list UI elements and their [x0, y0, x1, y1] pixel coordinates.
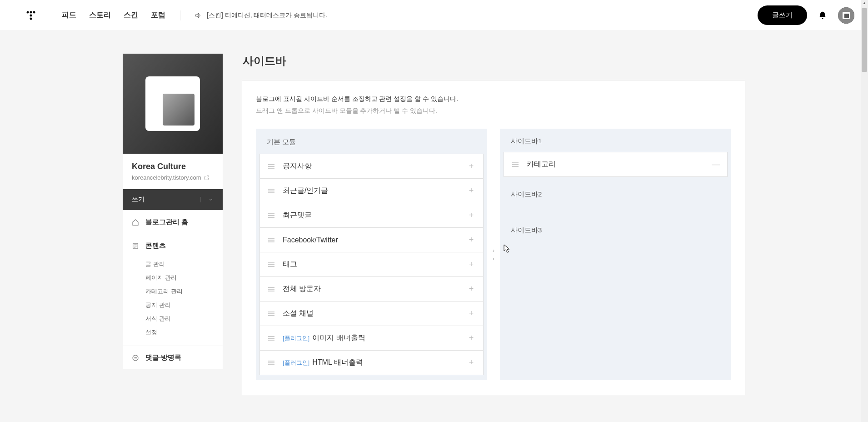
document-icon	[132, 242, 139, 250]
add-icon[interactable]: +	[468, 186, 475, 196]
module-item[interactable]: 소셜 채널+	[259, 301, 484, 326]
drag-handle-icon[interactable]	[268, 188, 274, 194]
external-link-icon	[204, 175, 210, 181]
sidebar2-header: 사이드바2	[500, 182, 731, 205]
module-label: [플러그인]이미지 배너출력	[283, 333, 468, 343]
svg-point-2	[33, 11, 35, 13]
sub-settings[interactable]: 설정	[145, 326, 214, 339]
basic-modules-list: 공지사항+최근글/인기글+최근댓글+Facebook/Twitter+태그+전체…	[256, 154, 487, 375]
module-label: 최근댓글	[283, 211, 468, 220]
nav-feed[interactable]: 피드	[62, 10, 76, 20]
add-icon[interactable]: +	[468, 284, 475, 294]
bell-icon[interactable]	[818, 11, 827, 20]
module-label: 소셜 채널	[283, 309, 468, 318]
sub-categories[interactable]: 카테고리 관리	[145, 285, 214, 298]
sub-notices[interactable]: 공지 관리	[145, 298, 214, 312]
add-icon[interactable]: +	[468, 333, 475, 343]
module-label: 전체 방문자	[283, 284, 468, 294]
add-icon[interactable]: +	[468, 235, 475, 245]
menu-contents[interactable]: 콘텐츠	[123, 234, 223, 257]
profile-name: Korea Culture	[132, 162, 214, 171]
swap-arrows-icon: ›‹	[493, 247, 494, 262]
module-label: 태그	[283, 260, 468, 269]
add-icon[interactable]: +	[468, 358, 475, 367]
svg-point-13	[134, 357, 135, 358]
add-icon[interactable]: +	[468, 211, 475, 220]
nav-story[interactable]: 스토리	[89, 10, 111, 20]
write-button[interactable]: 글쓰기	[758, 5, 807, 25]
plugin-tag: [플러그인]	[283, 335, 309, 342]
module-columns: 기본 모듈 공지사항+최근글/인기글+최근댓글+Facebook/Twitter…	[256, 129, 731, 380]
top-nav: 피드 스토리 스킨 포럼	[62, 10, 165, 20]
module-item[interactable]: 최근댓글+	[259, 203, 484, 228]
drag-handle-icon[interactable]	[268, 360, 274, 366]
remove-icon[interactable]: —	[712, 160, 719, 169]
description-2: 드래그 앤 드롭으로 사이드바 모듈을 추가하거나 뺄 수 있습니다.	[256, 107, 731, 115]
basic-modules-header: 기본 모듈	[256, 129, 487, 154]
profile-image[interactable]	[123, 54, 223, 154]
add-icon[interactable]: +	[468, 309, 475, 318]
sidebar1-list: 카테고리—	[500, 152, 731, 177]
drag-handle-icon[interactable]	[268, 262, 274, 267]
menu-home[interactable]: 블로그관리 홈	[123, 211, 223, 234]
announce-tag: [스킨]	[207, 11, 223, 19]
announce-text: 티에디션, 태터데스크가 종료됩니다.	[225, 11, 328, 19]
drag-handle-icon[interactable]	[268, 164, 274, 169]
module-label: Facebook/Twitter	[283, 236, 468, 244]
avatar[interactable]	[838, 7, 854, 24]
nav-skin[interactable]: 스킨	[124, 10, 138, 20]
svg-point-14	[135, 357, 135, 358]
nav-forum[interactable]: 포럼	[151, 10, 165, 20]
drag-handle-icon[interactable]	[268, 336, 274, 341]
page-title: 사이드바	[242, 54, 745, 68]
scrollbar[interactable]: ▲	[861, 0, 868, 395]
add-icon[interactable]: +	[468, 161, 475, 171]
panel: 블로그에 표시될 사이드바 순서를 조정하고 관련 설정을 할 수 있습니다. …	[242, 80, 745, 395]
module-item[interactable]: [플러그인]이미지 배너출력+	[259, 326, 484, 351]
add-icon[interactable]: +	[468, 260, 475, 269]
logo[interactable]	[25, 10, 36, 21]
sidebar1-header: 사이드바1	[500, 129, 731, 152]
main-content: 사이드바 블로그에 표시될 사이드바 순서를 조정하고 관련 설정을 할 수 있…	[242, 54, 745, 395]
module-label: [플러그인]HTML 배너출력	[283, 358, 468, 367]
write-bar[interactable]: 쓰기	[123, 189, 223, 210]
menu-comments[interactable]: 댓글·방명록	[123, 346, 223, 369]
drag-handle-icon[interactable]	[268, 213, 274, 218]
drag-handle-icon[interactable]	[268, 311, 274, 316]
left-sidebar: Korea Culture koreancelebrity.tistory.co…	[123, 54, 223, 395]
profile-card: Korea Culture koreancelebrity.tistory.co…	[123, 54, 223, 189]
chevron-down-icon[interactable]	[200, 197, 214, 202]
announcement[interactable]: [스킨] 티에디션, 태터데스크가 종료됩니다.	[195, 11, 327, 20]
module-item[interactable]: 카테고리—	[504, 152, 728, 177]
speaker-icon	[195, 12, 201, 19]
left-menu: 블로그관리 홈 콘텐츠 글 관리 페이지 관리 카테고리 관리 공지 관리 서식…	[123, 210, 223, 369]
svg-point-1	[30, 11, 32, 13]
profile-info: Korea Culture koreancelebrity.tistory.co…	[123, 154, 223, 189]
description-1: 블로그에 표시될 사이드바 순서를 조정하고 관련 설정을 할 수 있습니다.	[256, 95, 731, 103]
sub-posts[interactable]: 글 관리	[145, 257, 214, 271]
header-right: 글쓰기	[758, 5, 854, 25]
svg-point-3	[30, 14, 32, 16]
module-item[interactable]: 공지사항+	[259, 154, 484, 179]
divider	[180, 10, 180, 20]
module-item[interactable]: 태그+	[259, 252, 484, 277]
sub-pages[interactable]: 페이지 관리	[145, 271, 214, 285]
module-label: 카테고리	[527, 160, 712, 169]
svg-point-0	[27, 11, 29, 13]
module-item[interactable]: [플러그인]HTML 배너출력+	[259, 350, 484, 375]
module-item[interactable]: 전체 방문자+	[259, 276, 484, 301]
sidebar-modules-column: 사이드바1 카테고리— 사이드바2 사이드바3	[500, 129, 731, 380]
basic-modules-column: 기본 모듈 공지사항+최근글/인기글+최근댓글+Facebook/Twitter…	[256, 129, 487, 380]
module-item[interactable]: Facebook/Twitter+	[259, 227, 484, 252]
sub-templates[interactable]: 서식 관리	[145, 312, 214, 326]
svg-rect-7	[844, 14, 849, 18]
drag-handle-icon[interactable]	[268, 286, 274, 292]
scrollbar-thumb[interactable]	[862, 8, 867, 72]
drag-handle-icon[interactable]	[268, 237, 274, 243]
profile-url[interactable]: koreancelebrity.tistory.com	[132, 174, 214, 181]
drag-handle-icon[interactable]	[512, 162, 519, 167]
module-item[interactable]: 최근글/인기글+	[259, 178, 484, 203]
svg-point-15	[136, 357, 137, 358]
scrollbar-up-icon[interactable]: ▲	[862, 1, 867, 7]
module-label: 공지사항	[283, 161, 468, 171]
